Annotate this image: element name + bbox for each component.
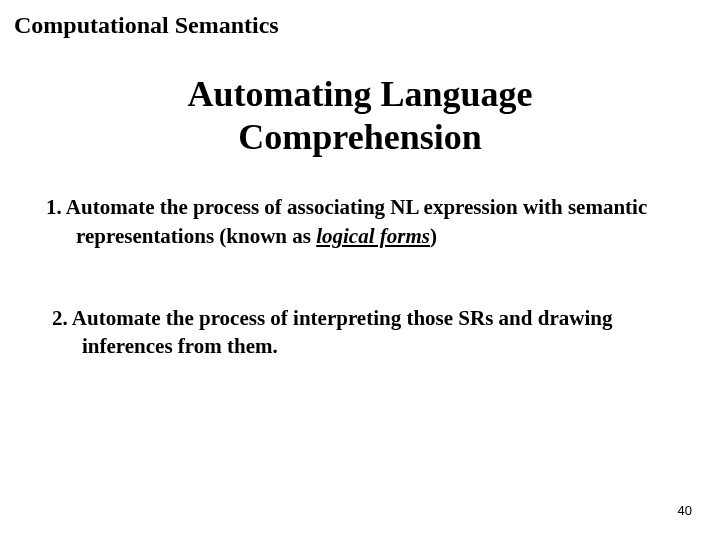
title-line-2: Comprehension <box>238 117 481 157</box>
slide-title: Automating Language Comprehension <box>0 73 720 159</box>
item-emph: logical forms <box>316 224 430 248</box>
item-text-post: ) <box>430 224 437 248</box>
slide-header: Computational Semantics <box>0 0 720 39</box>
page-number: 40 <box>678 503 692 518</box>
item-number: 1. <box>46 195 62 219</box>
page-number-text: 40 <box>678 503 692 518</box>
item-text-pre: Automate the process of interpreting tho… <box>72 306 613 358</box>
item-number: 2. <box>52 306 68 330</box>
list-item: 1. Automate the process of associating N… <box>46 193 674 250</box>
header-text: Computational Semantics <box>14 12 279 38</box>
title-line-1: Automating Language <box>187 74 532 114</box>
body-list: 1. Automate the process of associating N… <box>0 193 720 360</box>
list-item: 2. Automate the process of interpreting … <box>46 304 674 361</box>
